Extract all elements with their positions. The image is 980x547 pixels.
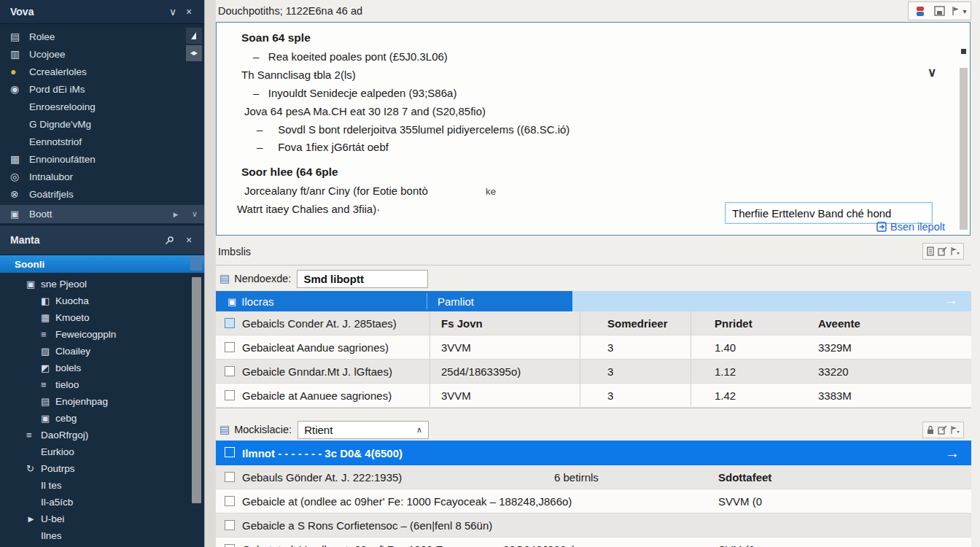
tree-item[interactable]: ≡DaoRfrgoj)	[0, 427, 191, 443]
checkbox[interactable]	[225, 496, 235, 506]
database-refresh-button[interactable]	[910, 3, 930, 19]
tree-item[interactable]: ↻Poutrps	[0, 460, 191, 477]
machine-dropdown[interactable]: Rtient ∧	[298, 421, 429, 439]
filter-flag-button[interactable]: ▾	[949, 3, 969, 19]
sidebar-item[interactable]: G Dignde'vMg	[0, 115, 204, 133]
tree-item[interactable]: ▤Enojenhpag	[0, 393, 191, 410]
monitor-icon: ▤	[10, 31, 29, 42]
panel-bullet: – Rea koeited poales pont (£5J0.3L06)	[253, 50, 448, 63]
tree-item[interactable]: ◧Kuocha	[0, 292, 191, 309]
key-icon: ◉	[10, 83, 29, 95]
arrow-right-icon[interactable]: →	[945, 445, 960, 462]
sidebar-item[interactable]: ▤Rolee	[0, 28, 204, 45]
panel-heading: Soor hlee (64 6ple	[241, 166, 338, 179]
table1-col1-header[interactable]: ▣Ilocras	[216, 295, 273, 308]
field-label: Nendoexde:	[234, 273, 291, 284]
field-label: Mockislacie:	[234, 424, 292, 435]
panel-line: Jova 64 pesA Ma.CH eat 30 I28 7 and (S20…	[244, 105, 486, 117]
checkbox[interactable]	[225, 447, 235, 457]
tree-item[interactable]: Ilnes	[0, 527, 191, 544]
table2-selected-row[interactable]: Ilmnot - - - - - - - 3c D0& 4(6500) →	[216, 441, 971, 465]
save-button[interactable]	[930, 3, 949, 19]
sidebar-tree: ▣sne Pjeool ◧Kuocha ▦Kmoeto ≡Feweicogppl…	[0, 276, 191, 544]
section2-toolbar	[922, 422, 964, 438]
table-row[interactable]: Gebaicle at Aanuee sagriones) 3VVM 3 1.4…	[216, 384, 971, 408]
tree-item[interactable]: ▣cebg	[0, 410, 191, 427]
sidebar-item[interactable]: ▥Ucojoee	[0, 45, 204, 63]
table1-header[interactable]: ▣Ilocras Pamliot →	[216, 291, 971, 311]
panel-heading: Soan 64 sple	[241, 31, 311, 44]
tree-scrollbar[interactable]	[192, 277, 201, 503]
table-row[interactable]: Gebaicle Gnndar.Mt J. lGftaes) 25d4/1863…	[216, 360, 971, 384]
sidebar-side-buttons	[186, 28, 202, 63]
close-icon[interactable]: ×	[181, 6, 197, 18]
arrow-right-icon[interactable]: →	[944, 292, 958, 309]
table-row[interactable]: Gebaicle at (ondlee ac 09her' Fe: 1000 F…	[216, 489, 971, 513]
checkbox[interactable]	[225, 520, 235, 530]
name-input[interactable]: Smd liboptt	[297, 270, 428, 288]
checkbox[interactable]	[225, 318, 235, 328]
close-icon[interactable]: ×	[181, 234, 197, 246]
chevron-down-icon[interactable]: ∨	[928, 65, 936, 80]
pin-icon[interactable]	[165, 236, 181, 245]
save-icon	[934, 6, 945, 16]
lock-icon[interactable]	[926, 425, 935, 435]
checkbox[interactable]	[225, 342, 235, 352]
grid-icon: ▣	[228, 296, 236, 307]
table1-col2-header[interactable]: Pamliot	[438, 291, 474, 311]
chevron-up-icon: ∧	[416, 425, 422, 435]
card-icon: ▥	[10, 48, 29, 60]
table-row[interactable]: Gebaicleat Aandue sagriones) 3VVM 3 1.40…	[216, 335, 971, 360]
bookmark-button[interactable]	[186, 28, 202, 44]
tree-item[interactable]: ▦Kmoeto	[0, 309, 191, 326]
tree-item[interactable]: ≡tieloo	[0, 376, 191, 393]
expand-right-icon[interactable]: ►	[166, 210, 185, 219]
panel-scrollbar[interactable]	[960, 68, 968, 230]
table-row[interactable]: Gebauls Gönder At. J. 222:1935) 6 betirn…	[216, 465, 971, 489]
tree-item[interactable]: ▨Cloailey	[0, 343, 191, 360]
page-icon[interactable]	[926, 247, 935, 256]
tree-item[interactable]: ◩bolels	[0, 360, 191, 376]
flag-dropdown-icon[interactable]	[950, 247, 960, 256]
table-row[interactable]: Gebaicle a S Rons Corfietensoc – (6en|fe…	[216, 513, 971, 538]
panel-line: Watrt itaey Chalies and 3fiia)·	[237, 203, 380, 215]
flag-icon	[952, 6, 962, 16]
sidebar-item[interactable]: ●Ccrealerloles	[0, 63, 204, 80]
sidebar-item[interactable]: Enroesrelooing	[0, 98, 204, 115]
tree-item[interactable]: ≡Feweicogppln	[0, 326, 191, 343]
sidebar-item[interactable]: ◎Intnalubor	[0, 168, 204, 185]
tables-label: Imbslis	[216, 246, 922, 257]
tree-item[interactable]: ►U-bei	[0, 511, 191, 527]
report-link[interactable]: Bsen ilepolt	[876, 221, 945, 233]
checkbox[interactable]	[225, 366, 235, 376]
sidebar-item[interactable]: ⊗Goátrifjels	[0, 185, 204, 203]
flag-dropdown-icon[interactable]	[950, 425, 960, 435]
scroll-down-button[interactable]	[186, 45, 202, 61]
diamond-arrow-icon	[190, 50, 198, 56]
tree-item[interactable]: Il-a5ícb	[0, 494, 191, 511]
table-row[interactable]: Gebotetedt Vondler at. 08oef' Fec 1000 E…	[216, 538, 971, 547]
database-icon	[915, 6, 925, 17]
tree-item[interactable]: ▣sne Pjeool	[0, 276, 191, 292]
checkbox[interactable]	[225, 472, 235, 482]
list-icon: ≡	[41, 379, 55, 390]
panel-bullet: – Fova 1fiex jG6rtát oebf	[257, 141, 389, 153]
sidebar-item[interactable]: Eennotstriof	[0, 133, 204, 150]
tables-label-row: Imbslis	[216, 238, 971, 265]
tree-item[interactable]: Eurkioo	[0, 443, 191, 460]
tree-item[interactable]: Il tes	[0, 477, 191, 494]
app-window: Vova ∨ × ▤Rolee ▥Ucojoee ●Ccrealerloles …	[0, 0, 980, 547]
chevron-down-icon[interactable]: ∨	[165, 6, 181, 18]
sidebar-item[interactable]: ▦Ennoinoufátten	[0, 150, 204, 168]
checkbox[interactable]	[225, 390, 235, 400]
edit-icon[interactable]	[938, 425, 947, 435]
chevron-down-icon[interactable]: ∨	[185, 209, 204, 219]
sidebar-item-boott[interactable]: ▣ Boott ► ∨	[0, 205, 204, 223]
marker-icon: ►	[26, 513, 41, 524]
edit-icon[interactable]	[938, 247, 947, 256]
sidebar-item[interactable]: ◉Pord dEi iMs	[0, 80, 204, 98]
table-row[interactable]: Gebaicls Conder At. J. 285taes) Fs Jovn …	[216, 311, 971, 335]
sidebar-selected-item[interactable]: Soonli	[0, 255, 204, 273]
scroll-up-button[interactable]	[190, 256, 202, 271]
checkbox[interactable]	[225, 544, 235, 547]
